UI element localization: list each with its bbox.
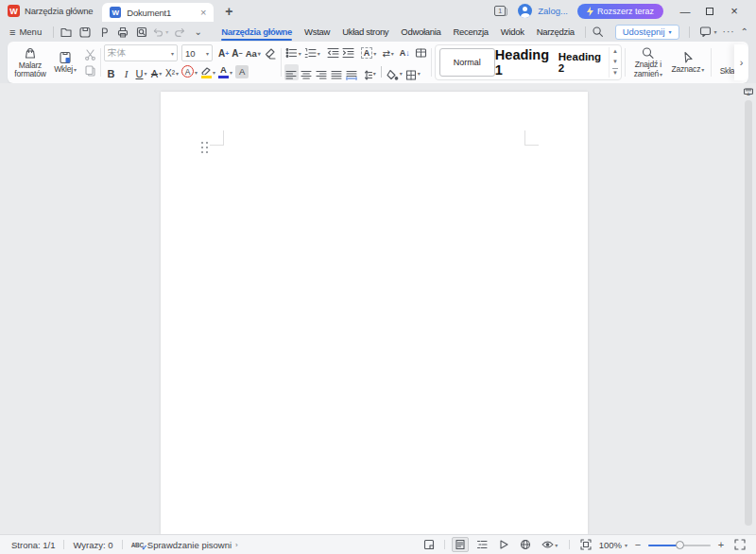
text-effects-button[interactable]: A▾ bbox=[180, 64, 198, 80]
copy-icon[interactable] bbox=[82, 63, 97, 78]
maximize-button[interactable] bbox=[697, 0, 722, 22]
zoom-level-button[interactable]: 100% ▾ bbox=[599, 540, 627, 550]
grow-font-button[interactable]: A+ bbox=[217, 45, 230, 61]
view-outline-icon[interactable] bbox=[473, 537, 490, 552]
view-play-icon[interactable] bbox=[495, 537, 512, 552]
close-window-button[interactable]: × bbox=[722, 0, 747, 22]
avatar[interactable] bbox=[518, 4, 532, 18]
share-button[interactable]: Udostępnij ▾ bbox=[615, 25, 679, 40]
character-shading-button[interactable]: A bbox=[234, 64, 249, 80]
gallery-up-icon[interactable]: ▲ bbox=[612, 48, 618, 55]
align-center-button[interactable] bbox=[300, 64, 314, 80]
spellcheck-button[interactable]: ABC ✓ Sprawdzanie pisowni › bbox=[131, 540, 238, 550]
gallery-more-icon[interactable]: ▼ bbox=[612, 68, 618, 77]
tab-home[interactable]: Narzędzia główne bbox=[219, 24, 294, 40]
tab-tools[interactable]: Narzędzia bbox=[535, 24, 576, 40]
shrink-font-button[interactable]: A− bbox=[231, 45, 243, 61]
change-case-button[interactable]: Aa▾ bbox=[245, 45, 262, 61]
more-options-icon[interactable]: ··· bbox=[723, 26, 735, 37]
view-compact-icon[interactable] bbox=[421, 537, 438, 552]
zoom-in-button[interactable]: + bbox=[715, 539, 727, 550]
vertical-scrollbar[interactable]: ▲ bbox=[743, 83, 754, 534]
bold-button[interactable]: B bbox=[104, 64, 118, 80]
text-direction-button[interactable]: ⇄ ▾ bbox=[381, 45, 394, 61]
show-formatting-marks-button[interactable] bbox=[414, 45, 428, 61]
bullet-list-button[interactable]: ▾ bbox=[284, 45, 302, 61]
writer-doc-icon: W bbox=[110, 7, 121, 18]
tab-page-layout[interactable]: Układ strony bbox=[340, 24, 390, 40]
distribute-button[interactable] bbox=[345, 64, 359, 80]
superscript-button[interactable]: X²▾ bbox=[164, 64, 180, 80]
find-replace-button[interactable]: Znajdź i zamień▾ bbox=[628, 44, 668, 80]
print-icon[interactable] bbox=[114, 24, 130, 40]
font-color-button[interactable]: A ▾ bbox=[217, 64, 233, 80]
comments-button[interactable]: ▾ bbox=[699, 26, 717, 38]
tab-insert[interactable]: Wstaw bbox=[302, 24, 332, 40]
italic-button[interactable]: I bbox=[119, 64, 133, 80]
tab-review[interactable]: Recenzja bbox=[452, 24, 490, 40]
zoom-slider[interactable] bbox=[648, 540, 711, 549]
select-button[interactable]: Zaznacz▾ bbox=[668, 44, 708, 80]
format-painter-button[interactable]: Malarz formatów bbox=[11, 44, 49, 80]
character-scale-button[interactable]: A ▾ bbox=[360, 45, 378, 61]
main-menu-button[interactable]: ≡ Menu bbox=[0, 26, 49, 38]
redo-icon[interactable] bbox=[171, 24, 187, 40]
highlight-color-button[interactable]: ▾ bbox=[199, 64, 216, 80]
align-left-button[interactable] bbox=[284, 64, 299, 80]
view-web-layout-icon[interactable] bbox=[517, 537, 534, 552]
minimize-button[interactable]: — bbox=[673, 0, 697, 22]
font-name-combo[interactable]: 宋体 ▾ bbox=[104, 44, 178, 61]
undo-icon[interactable]: ▾ bbox=[152, 24, 168, 40]
window-arrange-icon[interactable]: 1 bbox=[494, 6, 508, 17]
style-normal[interactable]: Normal bbox=[439, 48, 495, 77]
fit-page-icon[interactable] bbox=[577, 537, 594, 552]
upgrade-button[interactable]: Rozszerz teraz bbox=[577, 4, 663, 19]
clear-formatting-icon[interactable] bbox=[263, 45, 278, 61]
decrease-indent-button[interactable] bbox=[326, 45, 340, 61]
scrollbar-thumb[interactable] bbox=[745, 100, 752, 526]
new-document-icon[interactable] bbox=[58, 24, 74, 40]
qat-customize-icon[interactable]: ⌄ bbox=[190, 24, 206, 40]
document-tab[interactable]: W Dokument1 × bbox=[102, 3, 214, 22]
word-count[interactable]: Wyrazy: 0 bbox=[73, 540, 112, 550]
home-tab[interactable]: W Narzędzia główne bbox=[0, 0, 102, 22]
fullscreen-icon[interactable] bbox=[731, 537, 748, 552]
style-heading2[interactable]: Heading 2 bbox=[558, 48, 607, 77]
search-icon[interactable] bbox=[590, 24, 607, 41]
justify-button[interactable] bbox=[330, 64, 344, 80]
ribbon-expand-button[interactable]: › bbox=[734, 44, 748, 80]
document-page[interactable] bbox=[161, 92, 588, 534]
borders-button[interactable]: ▾ bbox=[404, 64, 421, 80]
tab-references[interactable]: Odwołania bbox=[399, 24, 442, 40]
underline-button[interactable]: U▾ bbox=[134, 64, 148, 80]
print-preview-icon[interactable] bbox=[133, 24, 149, 40]
sort-button[interactable]: A ↓ bbox=[399, 45, 411, 61]
close-tab-icon[interactable]: × bbox=[200, 8, 206, 17]
view-print-layout-icon[interactable] bbox=[452, 537, 469, 552]
line-spacing-button[interactable]: ▾ bbox=[360, 64, 377, 80]
undo-dropdown-icon[interactable]: ▾ bbox=[165, 28, 168, 35]
font-size-combo[interactable]: 10 ▾ bbox=[181, 44, 213, 61]
collapse-ribbon-icon[interactable]: ⌃ bbox=[741, 26, 748, 37]
share-label: Udostępnij bbox=[623, 26, 665, 37]
shading-button[interactable]: ▾ bbox=[386, 64, 404, 80]
new-tab-button[interactable]: + bbox=[225, 4, 232, 19]
align-right-button[interactable] bbox=[315, 64, 329, 80]
login-link[interactable]: Zalog... bbox=[538, 6, 568, 16]
paragraph-drag-handle-icon[interactable] bbox=[201, 142, 209, 154]
export-pdf-icon[interactable] bbox=[95, 24, 112, 40]
increase-indent-button[interactable] bbox=[341, 45, 355, 61]
zoom-slider-handle[interactable] bbox=[676, 541, 684, 549]
gallery-down-icon[interactable]: ▼ bbox=[612, 59, 618, 65]
tab-view[interactable]: Widok bbox=[499, 24, 526, 40]
numbered-list-button[interactable]: ▾ bbox=[303, 45, 321, 61]
zoom-out-button[interactable]: − bbox=[632, 539, 644, 550]
paste-button[interactable]: Wklej▾ bbox=[49, 44, 81, 80]
strikethrough-button[interactable]: A▾ bbox=[149, 64, 163, 80]
save-icon[interactable] bbox=[77, 24, 93, 40]
cut-icon[interactable] bbox=[82, 47, 97, 61]
scroll-up-icon[interactable]: ▲ bbox=[746, 91, 751, 96]
view-eye-icon[interactable]: ▾ bbox=[539, 537, 561, 552]
format-painter-label: Malarz formatów bbox=[11, 61, 49, 78]
style-heading1[interactable]: Heading 1 bbox=[495, 48, 558, 77]
